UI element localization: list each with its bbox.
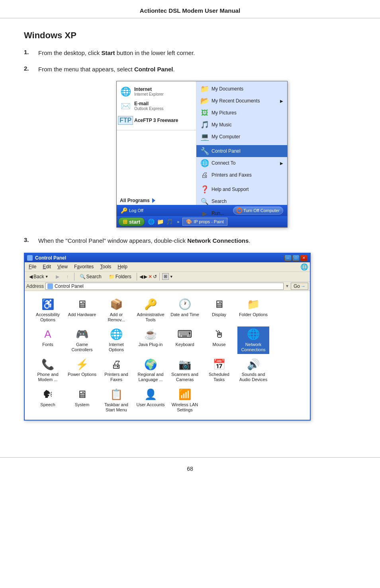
cp-icon-accessibility[interactable]: ♿ Accessibility Options <box>32 297 64 324</box>
cp-icon-system[interactable]: 🖥 System <box>66 387 98 414</box>
toolbar-icon-back2[interactable]: ◀ <box>139 274 143 279</box>
address-input[interactable]: Control Panel <box>45 283 284 290</box>
cp-icon-regional-language[interactable]: 🌍 Regional and Language ... <box>135 356 166 384</box>
game-controllers-icon: 🎮 <box>76 328 88 341</box>
menu-item-my-recent[interactable]: 📂 My Recent Documents ▶ <box>196 95 287 107</box>
admin-tools-label: Administrative Tools <box>135 312 166 323</box>
user-accounts-icon: 👤 <box>144 388 157 401</box>
menu-file[interactable]: File <box>26 263 39 271</box>
menu-item-my-pictures[interactable]: 🖼 My Pictures <box>196 107 287 119</box>
menu-tools[interactable]: Tools <box>98 263 114 271</box>
menu-edit[interactable]: Edit <box>40 263 53 271</box>
cp-icon-phone-modem[interactable]: 📞 Phone and Modem ... <box>32 356 64 384</box>
cp-icon-java-plugin[interactable]: ☕ Java Plug-in <box>135 326 166 354</box>
toolbar-icon-x[interactable]: ✕ <box>148 274 152 279</box>
menu-item-search[interactable]: 🔍 Search <box>196 195 287 207</box>
view-dropdown-icon[interactable]: ▼ <box>170 275 173 279</box>
cp-icon-add-remove[interactable]: 📦 Add or Remov... <box>100 297 132 324</box>
step-3-text: When the "Control Panel" window appears,… <box>38 236 251 246</box>
ie-label-sub: Internet Explorer <box>134 92 164 97</box>
menu-item-email[interactable]: ✉️ E-mail Outlook Express <box>117 99 196 113</box>
turnoff-button[interactable]: Turn Off Computer <box>233 206 283 214</box>
footer-logoff-area: 🔑 Log Off <box>121 207 143 214</box>
logoff-icon: 🔑 <box>121 207 127 214</box>
taskbar-icon-cp: 📋 <box>110 388 123 401</box>
maximize-button[interactable]: □ <box>292 255 300 261</box>
cp-icon-keyboard[interactable]: ⌨ Keyboard <box>169 326 201 354</box>
toolbar-extra-icons: ◀ ▶ ✕ ↺ <box>139 274 157 279</box>
menu-item-ie[interactable]: 🌐 Internet Internet Explorer <box>117 85 196 99</box>
toolbar-folders-button[interactable]: 📁 Folders <box>106 273 134 281</box>
my-recent-label: My Recent Documents <box>212 98 260 104</box>
cp-icon-folder-options[interactable]: 📁 Folder Options <box>237 297 269 324</box>
view-icon[interactable]: ⊞ <box>162 273 169 280</box>
mouse-icon: 🖱 <box>213 328 225 341</box>
start-button[interactable]: ⊞ start <box>118 217 145 226</box>
menu-view[interactable]: View <box>55 263 70 271</box>
cp-icon-fonts[interactable]: A Fonts <box>32 326 64 354</box>
cp-icon-scheduled-tasks[interactable]: 📅 Scheduled Tasks <box>203 356 235 384</box>
cp-icon-printers-faxes[interactable]: 🖨 Printers and Faxes <box>100 356 132 384</box>
toolbar-forward-button[interactable]: ▶ <box>53 273 62 281</box>
cp-icon-date-time[interactable]: 🕐 Date and Time <box>169 297 201 324</box>
email-label-sub: Outlook Express <box>134 106 163 111</box>
close-button[interactable]: ✕ <box>300 255 308 261</box>
toolbar-view-options: ⊞ ▼ <box>162 273 173 280</box>
start-flag-icon: ⊞ <box>123 218 127 225</box>
logoff-button[interactable]: Log Off <box>129 208 143 213</box>
menu-item-my-computer[interactable]: 💻 My Computer <box>196 131 287 143</box>
cp-icon-power-options[interactable]: ⚡ Power Options <box>66 356 98 384</box>
menu-item-ftp[interactable]: FTP AceFTP 3 Freeware <box>117 113 196 128</box>
menu-help[interactable]: Help <box>115 263 130 271</box>
cp-icon-mouse[interactable]: 🖱 Mouse <box>203 326 235 354</box>
menu-favorites[interactable]: Favorites <box>72 263 96 271</box>
menu-item-printers[interactable]: 🖨 Printers and Faxes <box>196 169 287 181</box>
address-go-button[interactable]: Go → <box>291 283 308 290</box>
cp-icon-display[interactable]: 🖥 Display <box>203 297 235 324</box>
cp-icons-area: ♿ Accessibility Options 🖥 Add Hardware 📦… <box>25 291 310 420</box>
all-programs-button[interactable]: All Programs <box>117 196 196 205</box>
cp-icon-scanners-cameras[interactable]: 📷 Scanners and Cameras <box>169 356 201 384</box>
cp-address-bar: Address Control Panel ▼ Go → <box>25 282 310 291</box>
taskbar-icon-3: 🎵 <box>166 218 173 225</box>
phone-modem-icon: 📞 <box>41 358 54 371</box>
go-arrow-icon: → <box>301 283 306 289</box>
my-computer-label: My Computer <box>212 134 240 140</box>
power-icon <box>237 208 242 213</box>
toolbar-icon-refresh[interactable]: ↺ <box>153 274 157 279</box>
cp-icon-sounds[interactable]: 🔊 Sounds and Audio Devices <box>237 356 269 384</box>
cp-title: Control Panel <box>27 255 66 261</box>
toolbar-up-button[interactable]: ↑ <box>64 273 72 281</box>
toolbar-icon-fwd2[interactable]: ▶ <box>144 274 147 279</box>
menu-item-my-music[interactable]: 🎵 My Music <box>196 119 287 131</box>
cp-icon-internet-options[interactable]: 🌐 Internet Options <box>100 326 132 354</box>
back-label: Back <box>33 274 44 279</box>
taskbar-quick-launch: 🌐 📁 🎵 » <box>148 218 179 225</box>
step-2-text: From the menu that appears, select Contr… <box>38 65 175 74</box>
cp-icon-wireless-lan[interactable]: 📶 Wireless LAN Settings <box>169 387 201 414</box>
my-music-label: My Music <box>212 122 232 128</box>
menu-item-help[interactable]: ❓ Help and Support <box>196 183 287 195</box>
wireless-lan-icon: 📶 <box>178 388 191 401</box>
ftp-label: AceFTP 3 Freeware <box>134 118 178 123</box>
taskbar-app-button[interactable]: 🎨 IP props - Paint <box>182 218 227 226</box>
cp-icon-admin-tools[interactable]: 🔑 Administrative Tools <box>135 297 166 324</box>
cp-icon-network-connections[interactable]: 🌐 Network Connections <box>237 326 269 354</box>
toolbar-search-button[interactable]: 🔍 Search <box>77 273 104 281</box>
system-label: System <box>75 402 90 407</box>
menu-item-connect-to[interactable]: 🌐 Connect To ▶ <box>196 157 287 169</box>
up-arrow-icon: ↑ <box>67 274 69 279</box>
toolbar-back-button[interactable]: ◀ Back ▼ <box>26 273 51 281</box>
cp-icon-add-hardware[interactable]: 🖥 Add Hardware <box>66 297 98 324</box>
address-dropdown-icon[interactable]: ▼ <box>285 284 289 288</box>
menu-item-my-documents[interactable]: 📁 My Documents <box>196 83 287 95</box>
minimize-button[interactable]: ─ <box>284 255 292 261</box>
menu-item-control-panel[interactable]: 🔧 Control Panel <box>196 145 287 157</box>
cp-icon-user-accounts[interactable]: 👤 User Accounts <box>135 387 166 414</box>
toolbar-separator-2 <box>137 273 137 281</box>
cp-icon-speech[interactable]: 🗣 Speech <box>32 387 64 414</box>
cp-title-label: Control Panel <box>35 255 66 261</box>
page-footer: 68 <box>0 457 380 480</box>
cp-icon-taskbar[interactable]: 📋 Taskbar and Start Menu <box>100 387 132 414</box>
cp-icon-game-controllers[interactable]: 🎮 Game Controllers <box>66 326 98 354</box>
